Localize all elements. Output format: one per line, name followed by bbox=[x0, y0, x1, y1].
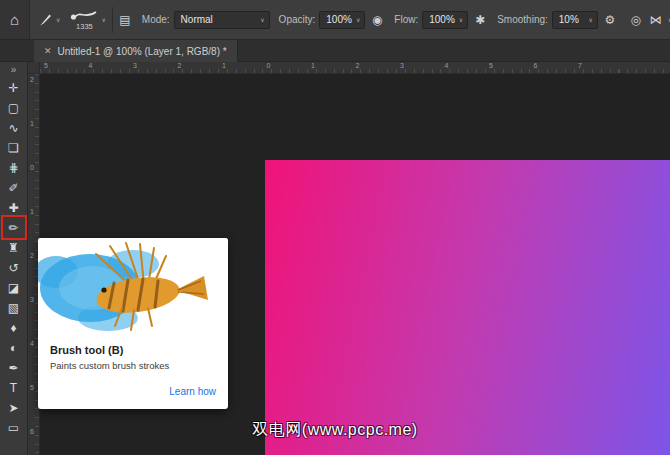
marquee-tool[interactable]: ▢ bbox=[0, 98, 27, 118]
tooltip-description: Paints custom brush strokes bbox=[50, 360, 216, 371]
flow-value: 100% bbox=[429, 14, 455, 25]
h-ruler-label: 2 bbox=[178, 62, 182, 69]
chevron-down-icon: ∨ bbox=[260, 17, 264, 23]
v-ruler-label: 0 bbox=[30, 164, 34, 171]
mode-label: Mode: bbox=[142, 14, 170, 25]
chevron-down-icon: ∨ bbox=[101, 17, 105, 23]
h-ruler-label: 4 bbox=[89, 62, 93, 69]
home-button[interactable]: ⌂ bbox=[0, 0, 30, 40]
brush-preset-picker[interactable]: 1335 ∨ bbox=[68, 9, 107, 31]
move-tool[interactable]: ✛ bbox=[0, 78, 27, 98]
h-ruler-label: 7 bbox=[578, 62, 582, 69]
crop-tool[interactable]: ⋕ bbox=[0, 158, 27, 178]
v-ruler-label: 4 bbox=[30, 340, 34, 347]
v-ruler-label: 5 bbox=[30, 384, 34, 391]
h-ruler-label: 4 bbox=[445, 62, 449, 69]
options-bar: ⌂ ∨ 1335 ∨ ▤ Mode: Normal ∨ Opacity: bbox=[0, 0, 670, 40]
brush-size-label: 1335 bbox=[76, 22, 93, 31]
path-selection-tool[interactable]: ➤ bbox=[0, 398, 27, 418]
h-ruler-label: 5 bbox=[489, 62, 493, 69]
h-ruler-label: 5 bbox=[44, 62, 48, 69]
document-tab[interactable]: ✕ Untitled-1 @ 100% (Layer 1, RGB/8) * bbox=[34, 40, 238, 62]
h-ruler-label: 0 bbox=[267, 62, 271, 69]
v-ruler-label: 3 bbox=[30, 296, 34, 303]
v-ruler-label: 1 bbox=[30, 120, 34, 127]
h-ruler-label: 1 bbox=[311, 62, 315, 69]
h-ruler-label: 6 bbox=[534, 62, 538, 69]
eyedropper-tool[interactable]: ✐ bbox=[0, 178, 27, 198]
flow-label: Flow: bbox=[394, 14, 418, 25]
eraser-tool[interactable]: ◪ bbox=[0, 278, 27, 298]
toolbar-expand-button[interactable]: » bbox=[0, 62, 27, 78]
document-tab-bar: ✕ Untitled-1 @ 100% (Layer 1, RGB/8) * bbox=[0, 40, 670, 62]
watermark-text: 双电网(www.pcpc.me) bbox=[0, 420, 670, 441]
lionfish-image bbox=[38, 238, 228, 338]
brush-tool-highlight bbox=[1, 215, 27, 240]
h-ruler-label: 3 bbox=[133, 62, 137, 69]
pressure-opacity-icon[interactable]: ◉ bbox=[369, 13, 385, 27]
brush-tooltip-body: Brush tool (B) Paints custom brush strok… bbox=[38, 338, 228, 409]
brush-stroke-icon bbox=[70, 9, 98, 21]
learn-how-link[interactable]: Learn how bbox=[169, 386, 216, 397]
tab-close-icon[interactable]: ✕ bbox=[44, 46, 52, 56]
smoothing-value: 10% bbox=[559, 14, 579, 25]
h-ruler-label: 2 bbox=[356, 62, 360, 69]
airbrush-icon[interactable]: ✱ bbox=[472, 13, 488, 27]
smoothing-options-gear-icon[interactable]: ⚙ bbox=[602, 13, 618, 27]
smoothing-label: Smoothing: bbox=[497, 14, 548, 25]
object-selection-tool[interactable]: ❏ bbox=[0, 138, 27, 158]
h-ruler-label: 3 bbox=[400, 62, 404, 69]
blur-tool[interactable]: ♦ bbox=[0, 318, 27, 338]
lasso-tool[interactable]: ∿ bbox=[0, 118, 27, 138]
mode-select[interactable]: Normal ∨ bbox=[174, 11, 270, 29]
brush-settings-panel-toggle[interactable]: ▤ bbox=[117, 13, 133, 27]
smoothing-select[interactable]: 10% ∨ bbox=[552, 11, 598, 29]
opacity-select[interactable]: 100% ∨ bbox=[319, 11, 365, 29]
pressure-size-icon[interactable]: ◎ bbox=[628, 13, 644, 27]
chevron-down-icon: ∨ bbox=[588, 17, 592, 23]
chevron-down-icon: ∨ bbox=[356, 17, 360, 23]
history-brush-tool[interactable]: ↺ bbox=[0, 258, 27, 278]
tooltip-link-row: Learn how bbox=[50, 381, 216, 399]
gradient-tool[interactable]: ▧ bbox=[0, 298, 27, 318]
brush-tooltip-image bbox=[38, 238, 228, 338]
pen-tool[interactable]: ✒ bbox=[0, 358, 27, 378]
type-tool[interactable]: T bbox=[0, 378, 27, 398]
opacity-label: Opacity: bbox=[279, 14, 316, 25]
brush-icon bbox=[38, 12, 53, 27]
dodge-tool[interactable]: ◐ bbox=[0, 338, 27, 358]
chevron-down-icon: ∨ bbox=[56, 17, 60, 23]
tab-title: Untitled-1 @ 100% (Layer 1, RGB/8) * bbox=[58, 46, 227, 57]
mode-value: Normal bbox=[181, 14, 213, 25]
divider bbox=[112, 7, 113, 33]
v-ruler-label: 2 bbox=[30, 76, 34, 83]
h-ruler-label: 1 bbox=[222, 62, 226, 69]
v-ruler-label: 2 bbox=[30, 252, 34, 259]
photoshop-window: ⌂ ∨ 1335 ∨ ▤ Mode: Normal ∨ Opacity: bbox=[0, 0, 670, 455]
brush-tooltip: Brush tool (B) Paints custom brush strok… bbox=[38, 238, 228, 409]
document-gradient bbox=[265, 160, 670, 455]
paint-symmetry-icon[interactable]: ⋈ bbox=[648, 13, 664, 27]
chevron-down-icon: ∨ bbox=[459, 17, 463, 23]
flow-select[interactable]: 100% ∨ bbox=[422, 11, 468, 29]
horizontal-ruler[interactable]: 5432101234567 bbox=[40, 62, 670, 74]
tools-panel: » ✛▢∿❏⋕✐✚✏♜↺◪▧♦◐✒T➤▭ bbox=[0, 62, 28, 455]
home-icon: ⌂ bbox=[10, 11, 19, 28]
current-tool-button[interactable]: ∨ bbox=[34, 12, 64, 27]
opacity-value: 100% bbox=[326, 14, 352, 25]
clone-stamp-tool[interactable]: ♜ bbox=[0, 238, 27, 258]
ruler-origin-corner[interactable] bbox=[28, 62, 40, 74]
tooltip-title: Brush tool (B) bbox=[50, 344, 216, 356]
v-ruler-label: 1 bbox=[30, 208, 34, 215]
toolbar-tools: ✛▢∿❏⋕✐✚✏♜↺◪▧♦◐✒T➤▭ bbox=[0, 78, 27, 438]
